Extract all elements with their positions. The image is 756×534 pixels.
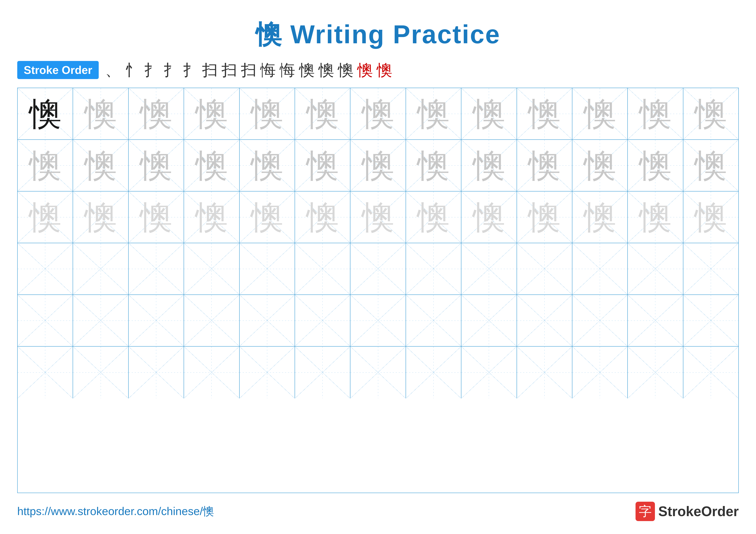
practice-char: 懊	[29, 201, 62, 233]
grid-cell[interactable]	[628, 346, 683, 398]
grid-cell[interactable]	[683, 243, 738, 294]
grid-cell[interactable]: 懊	[18, 191, 73, 243]
grid-cell[interactable]: 懊	[461, 140, 517, 191]
grid-cell[interactable]: 懊	[517, 88, 572, 140]
practice-char: 懊	[694, 98, 727, 130]
grid-cell[interactable]	[295, 295, 350, 346]
grid-cell[interactable]: 懊	[517, 191, 572, 243]
practice-char: 懊	[417, 149, 449, 182]
grid-cell[interactable]	[406, 346, 461, 398]
grid-cell[interactable]: 懊	[683, 191, 738, 243]
grid-cell[interactable]	[240, 295, 295, 346]
grid-cell[interactable]	[18, 295, 73, 346]
grid-cell[interactable]: 懊	[240, 140, 295, 191]
practice-char: 懊	[694, 149, 727, 182]
grid-cell[interactable]: 懊	[406, 140, 461, 191]
grid-cell[interactable]: 懊	[18, 140, 73, 191]
grid-cell[interactable]: 懊	[295, 88, 350, 140]
practice-char: 懊	[584, 98, 616, 130]
grid-cell[interactable]: 懊	[240, 191, 295, 243]
grid-cell[interactable]	[184, 295, 239, 346]
grid-cell[interactable]: 懊	[406, 88, 461, 140]
grid-cell[interactable]: 懊	[572, 140, 628, 191]
grid-cell[interactable]: 懊	[628, 191, 683, 243]
grid-cell[interactable]	[683, 295, 738, 346]
grid-cell[interactable]: 懊	[73, 191, 128, 243]
grid-cell[interactable]: 懊	[184, 140, 239, 191]
grid-cell[interactable]	[129, 346, 184, 398]
grid-cell[interactable]	[18, 346, 73, 398]
grid-cell[interactable]	[517, 295, 572, 346]
grid-cell[interactable]: 懊	[18, 88, 73, 140]
stroke-4: 扌	[163, 62, 179, 78]
grid-cell[interactable]	[517, 346, 572, 398]
practice-char: 懊	[251, 98, 283, 130]
grid-cell[interactable]	[461, 243, 517, 294]
stroke-5: 扌	[183, 62, 198, 78]
title-chinese-char: 懊	[256, 20, 282, 49]
grid-cell[interactable]: 懊	[350, 140, 406, 191]
grid-cell[interactable]	[572, 295, 628, 346]
practice-char: 懊	[307, 98, 339, 130]
practice-char: 懊	[196, 201, 228, 233]
practice-char: 懊	[694, 201, 727, 233]
grid-cell[interactable]: 懊	[461, 191, 517, 243]
footer-url[interactable]: https://www.strokeorder.com/chinese/懊	[17, 504, 214, 519]
grid-cell[interactable]: 懊	[350, 191, 406, 243]
grid-cell[interactable]	[406, 295, 461, 346]
grid-cell[interactable]	[572, 243, 628, 294]
stroke-order-row: Stroke Order 、 忄 扌 扌 扌 扫 扫 扫 悔 悔 懊 懊 懊 懊…	[17, 61, 739, 79]
grid-cell[interactable]	[129, 243, 184, 294]
grid-cell[interactable]: 懊	[350, 88, 406, 140]
practice-char: 懊	[362, 98, 394, 130]
grid-cell[interactable]	[73, 295, 128, 346]
grid-cell[interactable]: 懊	[295, 140, 350, 191]
grid-cell[interactable]: 懊	[461, 88, 517, 140]
grid-cell[interactable]: 懊	[572, 88, 628, 140]
grid-cell[interactable]	[628, 295, 683, 346]
grid-cell[interactable]	[350, 243, 406, 294]
practice-char: 懊	[639, 149, 671, 182]
grid-cell[interactable]	[73, 243, 128, 294]
grid-cell[interactable]	[18, 243, 73, 294]
grid-cell[interactable]	[683, 346, 738, 398]
grid-cell[interactable]	[240, 346, 295, 398]
grid-cell[interactable]	[295, 346, 350, 398]
grid-cell[interactable]	[73, 346, 128, 398]
grid-cell[interactable]: 懊	[295, 191, 350, 243]
grid-cell[interactable]: 懊	[628, 88, 683, 140]
grid-cell[interactable]: 懊	[572, 191, 628, 243]
practice-char: 懊	[251, 149, 283, 182]
practice-char: 懊	[85, 98, 117, 130]
grid-cell[interactable]	[350, 346, 406, 398]
practice-char: 懊	[29, 98, 62, 130]
grid-cell[interactable]: 懊	[73, 88, 128, 140]
grid-cell[interactable]	[461, 295, 517, 346]
practice-char: 懊	[362, 149, 394, 182]
grid-cell[interactable]: 懊	[517, 140, 572, 191]
grid-cell[interactable]: 懊	[129, 191, 184, 243]
practice-char: 懊	[29, 149, 62, 182]
grid-cell[interactable]	[628, 243, 683, 294]
grid-cell[interactable]: 懊	[73, 140, 128, 191]
grid-cell[interactable]: 懊	[628, 140, 683, 191]
grid-cell[interactable]	[184, 346, 239, 398]
grid-cell[interactable]	[240, 243, 295, 294]
grid-cell[interactable]: 懊	[683, 88, 738, 140]
grid-cell[interactable]: 懊	[184, 88, 239, 140]
grid-cell[interactable]	[184, 243, 239, 294]
grid-cell[interactable]	[406, 243, 461, 294]
grid-cell[interactable]: 懊	[129, 140, 184, 191]
grid-cell[interactable]: 懊	[240, 88, 295, 140]
grid-cell[interactable]: 懊	[406, 191, 461, 243]
grid-cell[interactable]: 懊	[184, 191, 239, 243]
practice-char: 懊	[473, 149, 505, 182]
grid-cell[interactable]: 懊	[683, 140, 738, 191]
grid-cell[interactable]	[517, 243, 572, 294]
grid-cell[interactable]	[295, 243, 350, 294]
grid-cell[interactable]	[461, 346, 517, 398]
grid-cell[interactable]	[572, 346, 628, 398]
grid-cell[interactable]	[350, 295, 406, 346]
grid-cell[interactable]	[129, 295, 184, 346]
grid-cell[interactable]: 懊	[129, 88, 184, 140]
